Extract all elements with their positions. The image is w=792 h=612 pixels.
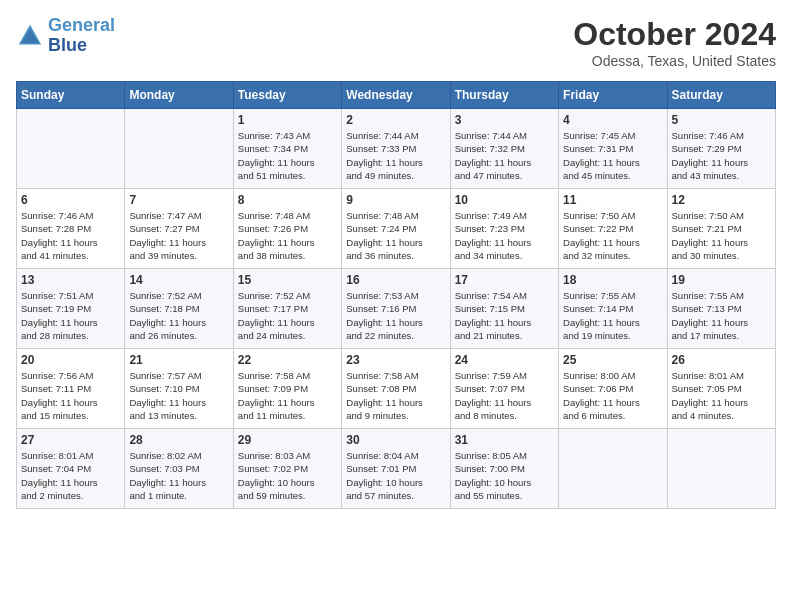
day-detail: Sunrise: 7:45 AM Sunset: 7:31 PM Dayligh… — [563, 129, 662, 182]
calendar-header: SundayMondayTuesdayWednesdayThursdayFrid… — [17, 82, 776, 109]
day-number: 27 — [21, 433, 120, 447]
day-number: 30 — [346, 433, 445, 447]
calendar-cell — [17, 109, 125, 189]
day-number: 28 — [129, 433, 228, 447]
calendar-cell: 8Sunrise: 7:48 AM Sunset: 7:26 PM Daylig… — [233, 189, 341, 269]
weekday-header-sunday: Sunday — [17, 82, 125, 109]
calendar-week-3: 13Sunrise: 7:51 AM Sunset: 7:19 PM Dayli… — [17, 269, 776, 349]
calendar-cell: 12Sunrise: 7:50 AM Sunset: 7:21 PM Dayli… — [667, 189, 775, 269]
day-number: 2 — [346, 113, 445, 127]
calendar-cell: 22Sunrise: 7:58 AM Sunset: 7:09 PM Dayli… — [233, 349, 341, 429]
calendar-cell: 30Sunrise: 8:04 AM Sunset: 7:01 PM Dayli… — [342, 429, 450, 509]
calendar-cell: 19Sunrise: 7:55 AM Sunset: 7:13 PM Dayli… — [667, 269, 775, 349]
day-detail: Sunrise: 7:47 AM Sunset: 7:27 PM Dayligh… — [129, 209, 228, 262]
weekday-header-tuesday: Tuesday — [233, 82, 341, 109]
calendar-cell — [667, 429, 775, 509]
day-detail: Sunrise: 8:01 AM Sunset: 7:04 PM Dayligh… — [21, 449, 120, 502]
day-detail: Sunrise: 7:59 AM Sunset: 7:07 PM Dayligh… — [455, 369, 554, 422]
day-number: 9 — [346, 193, 445, 207]
day-detail: Sunrise: 7:49 AM Sunset: 7:23 PM Dayligh… — [455, 209, 554, 262]
calendar-week-5: 27Sunrise: 8:01 AM Sunset: 7:04 PM Dayli… — [17, 429, 776, 509]
weekday-header-wednesday: Wednesday — [342, 82, 450, 109]
calendar-cell: 27Sunrise: 8:01 AM Sunset: 7:04 PM Dayli… — [17, 429, 125, 509]
day-detail: Sunrise: 7:51 AM Sunset: 7:19 PM Dayligh… — [21, 289, 120, 342]
calendar-cell: 15Sunrise: 7:52 AM Sunset: 7:17 PM Dayli… — [233, 269, 341, 349]
day-number: 3 — [455, 113, 554, 127]
calendar-cell: 4Sunrise: 7:45 AM Sunset: 7:31 PM Daylig… — [559, 109, 667, 189]
day-detail: Sunrise: 7:50 AM Sunset: 7:21 PM Dayligh… — [672, 209, 771, 262]
day-detail: Sunrise: 7:54 AM Sunset: 7:15 PM Dayligh… — [455, 289, 554, 342]
day-detail: Sunrise: 7:55 AM Sunset: 7:13 PM Dayligh… — [672, 289, 771, 342]
calendar-cell: 9Sunrise: 7:48 AM Sunset: 7:24 PM Daylig… — [342, 189, 450, 269]
day-number: 26 — [672, 353, 771, 367]
calendar-cell: 28Sunrise: 8:02 AM Sunset: 7:03 PM Dayli… — [125, 429, 233, 509]
logo-text: General Blue — [48, 16, 115, 56]
day-number: 19 — [672, 273, 771, 287]
day-detail: Sunrise: 8:00 AM Sunset: 7:06 PM Dayligh… — [563, 369, 662, 422]
calendar-cell: 10Sunrise: 7:49 AM Sunset: 7:23 PM Dayli… — [450, 189, 558, 269]
calendar-cell — [559, 429, 667, 509]
calendar-cell: 14Sunrise: 7:52 AM Sunset: 7:18 PM Dayli… — [125, 269, 233, 349]
calendar-cell: 17Sunrise: 7:54 AM Sunset: 7:15 PM Dayli… — [450, 269, 558, 349]
day-detail: Sunrise: 7:50 AM Sunset: 7:22 PM Dayligh… — [563, 209, 662, 262]
calendar-week-4: 20Sunrise: 7:56 AM Sunset: 7:11 PM Dayli… — [17, 349, 776, 429]
calendar-cell: 29Sunrise: 8:03 AM Sunset: 7:02 PM Dayli… — [233, 429, 341, 509]
day-number: 20 — [21, 353, 120, 367]
calendar-cell: 21Sunrise: 7:57 AM Sunset: 7:10 PM Dayli… — [125, 349, 233, 429]
day-detail: Sunrise: 7:53 AM Sunset: 7:16 PM Dayligh… — [346, 289, 445, 342]
calendar-cell: 31Sunrise: 8:05 AM Sunset: 7:00 PM Dayli… — [450, 429, 558, 509]
day-detail: Sunrise: 7:44 AM Sunset: 7:32 PM Dayligh… — [455, 129, 554, 182]
calendar-cell: 20Sunrise: 7:56 AM Sunset: 7:11 PM Dayli… — [17, 349, 125, 429]
day-number: 23 — [346, 353, 445, 367]
calendar-cell: 6Sunrise: 7:46 AM Sunset: 7:28 PM Daylig… — [17, 189, 125, 269]
day-number: 24 — [455, 353, 554, 367]
day-number: 4 — [563, 113, 662, 127]
calendar-body: 1Sunrise: 7:43 AM Sunset: 7:34 PM Daylig… — [17, 109, 776, 509]
day-number: 14 — [129, 273, 228, 287]
day-number: 10 — [455, 193, 554, 207]
day-number: 5 — [672, 113, 771, 127]
calendar-cell — [125, 109, 233, 189]
weekday-header-thursday: Thursday — [450, 82, 558, 109]
calendar-week-2: 6Sunrise: 7:46 AM Sunset: 7:28 PM Daylig… — [17, 189, 776, 269]
day-detail: Sunrise: 7:58 AM Sunset: 7:09 PM Dayligh… — [238, 369, 337, 422]
day-number: 21 — [129, 353, 228, 367]
title-block: October 2024 Odessa, Texas, United State… — [573, 16, 776, 69]
day-detail: Sunrise: 7:43 AM Sunset: 7:34 PM Dayligh… — [238, 129, 337, 182]
day-number: 7 — [129, 193, 228, 207]
day-number: 16 — [346, 273, 445, 287]
calendar-cell: 16Sunrise: 7:53 AM Sunset: 7:16 PM Dayli… — [342, 269, 450, 349]
day-detail: Sunrise: 8:02 AM Sunset: 7:03 PM Dayligh… — [129, 449, 228, 502]
day-detail: Sunrise: 8:04 AM Sunset: 7:01 PM Dayligh… — [346, 449, 445, 502]
day-detail: Sunrise: 7:52 AM Sunset: 7:17 PM Dayligh… — [238, 289, 337, 342]
logo: General Blue — [16, 16, 115, 56]
day-number: 25 — [563, 353, 662, 367]
calendar-cell: 18Sunrise: 7:55 AM Sunset: 7:14 PM Dayli… — [559, 269, 667, 349]
day-detail: Sunrise: 7:58 AM Sunset: 7:08 PM Dayligh… — [346, 369, 445, 422]
day-number: 17 — [455, 273, 554, 287]
calendar-cell: 25Sunrise: 8:00 AM Sunset: 7:06 PM Dayli… — [559, 349, 667, 429]
day-number: 18 — [563, 273, 662, 287]
weekday-header-saturday: Saturday — [667, 82, 775, 109]
calendar-cell: 5Sunrise: 7:46 AM Sunset: 7:29 PM Daylig… — [667, 109, 775, 189]
month-title: October 2024 — [573, 16, 776, 53]
day-number: 8 — [238, 193, 337, 207]
calendar-cell: 23Sunrise: 7:58 AM Sunset: 7:08 PM Dayli… — [342, 349, 450, 429]
calendar-cell: 1Sunrise: 7:43 AM Sunset: 7:34 PM Daylig… — [233, 109, 341, 189]
day-detail: Sunrise: 7:48 AM Sunset: 7:26 PM Dayligh… — [238, 209, 337, 262]
calendar-cell: 2Sunrise: 7:44 AM Sunset: 7:33 PM Daylig… — [342, 109, 450, 189]
day-detail: Sunrise: 8:03 AM Sunset: 7:02 PM Dayligh… — [238, 449, 337, 502]
calendar-cell: 3Sunrise: 7:44 AM Sunset: 7:32 PM Daylig… — [450, 109, 558, 189]
day-detail: Sunrise: 7:46 AM Sunset: 7:28 PM Dayligh… — [21, 209, 120, 262]
calendar-cell: 11Sunrise: 7:50 AM Sunset: 7:22 PM Dayli… — [559, 189, 667, 269]
day-number: 31 — [455, 433, 554, 447]
calendar-cell: 24Sunrise: 7:59 AM Sunset: 7:07 PM Dayli… — [450, 349, 558, 429]
day-detail: Sunrise: 7:48 AM Sunset: 7:24 PM Dayligh… — [346, 209, 445, 262]
day-number: 13 — [21, 273, 120, 287]
day-detail: Sunrise: 7:57 AM Sunset: 7:10 PM Dayligh… — [129, 369, 228, 422]
day-number: 11 — [563, 193, 662, 207]
calendar-week-1: 1Sunrise: 7:43 AM Sunset: 7:34 PM Daylig… — [17, 109, 776, 189]
calendar-cell: 26Sunrise: 8:01 AM Sunset: 7:05 PM Dayli… — [667, 349, 775, 429]
day-number: 1 — [238, 113, 337, 127]
calendar-cell: 13Sunrise: 7:51 AM Sunset: 7:19 PM Dayli… — [17, 269, 125, 349]
